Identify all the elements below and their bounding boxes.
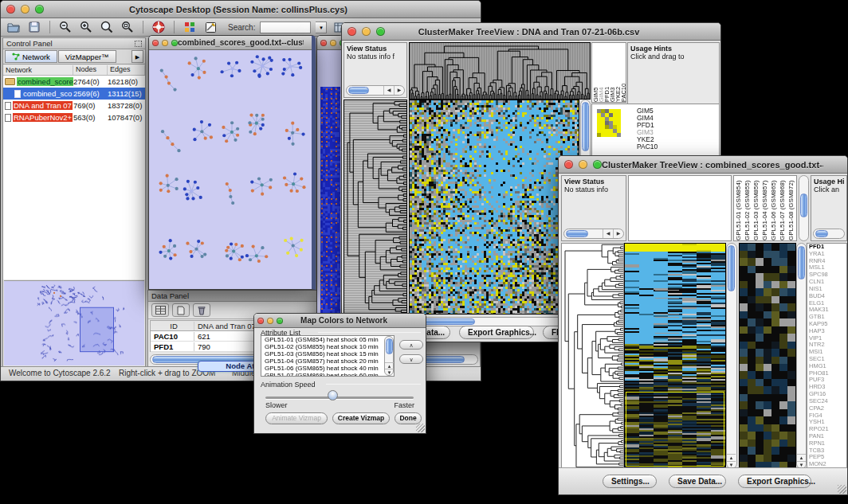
move-up-button[interactable]: ∧ xyxy=(399,340,423,350)
view-status-text: No status info f xyxy=(347,53,395,61)
minimize-button[interactable] xyxy=(362,27,371,36)
slider-thumb[interactable] xyxy=(328,390,338,400)
row-dendrogram[interactable] xyxy=(344,100,407,315)
usage-hints-title: Usage Hi xyxy=(814,178,845,186)
tab-vizmapper[interactable]: VizMapper™ xyxy=(58,50,116,63)
zoom-button[interactable] xyxy=(593,160,602,169)
attribute-list-scrollbar[interactable]: ▲▼ xyxy=(384,336,394,376)
network-row-combined-scores[interactable]: combined_scores 2764(0) 16218(0) xyxy=(3,76,145,88)
column-label: PFD1 xyxy=(603,43,609,102)
save-data-button[interactable]: Save Data... xyxy=(669,475,726,488)
control-panel-title: Control Panel xyxy=(6,39,53,48)
delete-attribute-icon[interactable] xyxy=(193,303,210,317)
zoom-selected-icon[interactable] xyxy=(120,20,135,34)
attribute-item[interactable]: GPL51-01 (GSM854) heat shock 05 min xyxy=(263,336,394,343)
usage-hints-panel: Usage Hi Click an xyxy=(811,175,847,241)
attribute-item[interactable]: GPL51-02 (GSM855) heat shock 10 min xyxy=(263,343,394,350)
search-dropdown-arrow[interactable]: ▾ xyxy=(316,21,327,33)
network-row-selected[interactable]: combined_sco 2569(6) 13112(15) xyxy=(3,88,145,100)
resize-grip[interactable] xyxy=(416,424,425,432)
select-attributes-icon[interactable] xyxy=(151,303,169,317)
dialog-title: Map Colors to Network xyxy=(283,316,405,325)
resize-grip[interactable] xyxy=(838,485,846,494)
help-lifering-icon[interactable] xyxy=(151,20,167,34)
close-button[interactable] xyxy=(257,318,264,324)
create-vizmap-button[interactable]: Create Vizmap xyxy=(332,412,390,424)
attribute-item[interactable]: GPL51-06 (GSM865) heat shock 40 min xyxy=(263,365,394,372)
toolbar-separator xyxy=(49,21,50,33)
close-button[interactable] xyxy=(152,40,159,46)
main-title-bar: Cytoscape Desktop (Session Name: collins… xyxy=(1,1,481,18)
export-graphics-button[interactable]: Export Graphics... xyxy=(738,475,811,488)
new-attribute-icon[interactable] xyxy=(172,303,190,317)
treeview-combined-window: ClusterMaker TreeView : combined_scores_… xyxy=(558,155,848,495)
annotation-note-icon[interactable] xyxy=(202,20,218,34)
zoom-fit-icon[interactable] xyxy=(99,20,115,34)
vizmapper-palette-icon[interactable] xyxy=(182,20,198,34)
column-area-vscrollbar[interactable] xyxy=(799,175,809,241)
settings-button[interactable]: Settings... xyxy=(603,475,657,488)
minimize-button[interactable] xyxy=(21,5,29,14)
combined-heatmap[interactable] xyxy=(624,243,726,471)
network-name: RNAPuberNov2+ xyxy=(13,113,73,122)
network-row-dna-tran[interactable]: DNA and Tran 07 769(0) 183728(0) xyxy=(3,100,145,111)
summary-mini-heatmap[interactable] xyxy=(597,109,621,137)
minimize-button[interactable] xyxy=(579,160,587,169)
column-dendrogram[interactable] xyxy=(409,42,591,100)
usage-hints-scrollbar[interactable] xyxy=(813,229,845,239)
close-button[interactable] xyxy=(320,40,327,46)
network-canvas[interactable] xyxy=(149,50,310,289)
zoom-button[interactable] xyxy=(277,318,283,324)
view-status-scrollbar[interactable]: ◀▶ xyxy=(563,229,624,239)
zoom-button[interactable] xyxy=(171,40,178,46)
birdseye-view[interactable] xyxy=(4,280,144,365)
network-list: Network Nodes Edges combined_scores 2764… xyxy=(3,65,145,279)
attribute-item[interactable]: GPL51-04 (GSM857) heat shock 20 min xyxy=(263,357,394,365)
view-status-title: View Status xyxy=(564,178,604,186)
column-tree-area[interactable] xyxy=(628,175,732,241)
attribute-item[interactable]: GPL51-03 (GSM856) heat shock 15 min xyxy=(263,350,394,357)
network-name: combined_sco xyxy=(22,89,73,98)
close-button[interactable] xyxy=(564,160,573,169)
zoom-in-icon[interactable] xyxy=(78,20,94,34)
animation-speed-slider[interactable] xyxy=(265,397,414,399)
heatmap-vscrollbar[interactable]: ▲▼ xyxy=(726,243,737,469)
move-down-button[interactable]: ∨ xyxy=(399,354,423,364)
minimize-button[interactable] xyxy=(330,40,336,46)
done-button[interactable]: Done xyxy=(395,412,422,424)
dna-heatmap[interactable] xyxy=(409,100,579,315)
network-view-title-bar: combined_scores_good.txt--cluste... xyxy=(149,36,312,50)
zoom-pixel-view[interactable] xyxy=(739,243,796,471)
gene-list-scrollbar[interactable]: ▲▼ xyxy=(796,243,807,469)
zoom-out-icon[interactable] xyxy=(57,20,73,34)
row-dendrogram[interactable] xyxy=(561,243,624,469)
usage-hints-title: Usage Hints xyxy=(630,45,672,53)
network-row-rnapuber[interactable]: RNAPuberNov2+ 563(0) 107847(0) xyxy=(3,111,145,123)
zoom-button[interactable] xyxy=(35,5,44,14)
control-panel-header: Control Panel xyxy=(3,38,145,49)
column-labels: GPL51-01 (GSM854)GPL51-02 (GSM855)GPL51-… xyxy=(733,175,797,241)
summary-gene-label[interactable]: PAC10 xyxy=(637,143,658,150)
view-status-scrollbar[interactable]: ◀▶ xyxy=(346,85,405,96)
zoom-button[interactable] xyxy=(376,27,385,36)
attribute-item[interactable]: GPL51-07 (GSM868) heat shock 60 min xyxy=(263,372,394,377)
close-button[interactable] xyxy=(6,5,15,14)
window-controls xyxy=(564,160,602,169)
tab-network[interactable]: Network xyxy=(5,50,57,63)
dense-network-canvas[interactable] xyxy=(320,87,340,332)
search-input[interactable] xyxy=(260,21,311,33)
open-file-button[interactable] xyxy=(6,20,22,34)
tab-overflow-button[interactable]: ▶ xyxy=(132,50,143,63)
save-button[interactable] xyxy=(26,20,42,34)
animate-vizmap-button[interactable]: Animate Vizmap xyxy=(265,412,328,424)
column-label: GPL51-03 (GSM856) xyxy=(752,176,761,240)
search-label: Search: xyxy=(228,23,255,32)
column-label: GPL51-07 (GSM868) xyxy=(779,176,787,240)
close-button[interactable] xyxy=(347,27,356,36)
treeview-dna-title-bar: ClusterMaker TreeView : DNA and Tran 07-… xyxy=(342,23,720,41)
export-graphics-button[interactable]: Export Graphics... xyxy=(459,326,534,339)
float-panel-icon[interactable] xyxy=(135,41,142,47)
minimize-button[interactable] xyxy=(162,40,168,46)
minimize-button[interactable] xyxy=(267,318,273,324)
window-controls xyxy=(152,40,178,46)
